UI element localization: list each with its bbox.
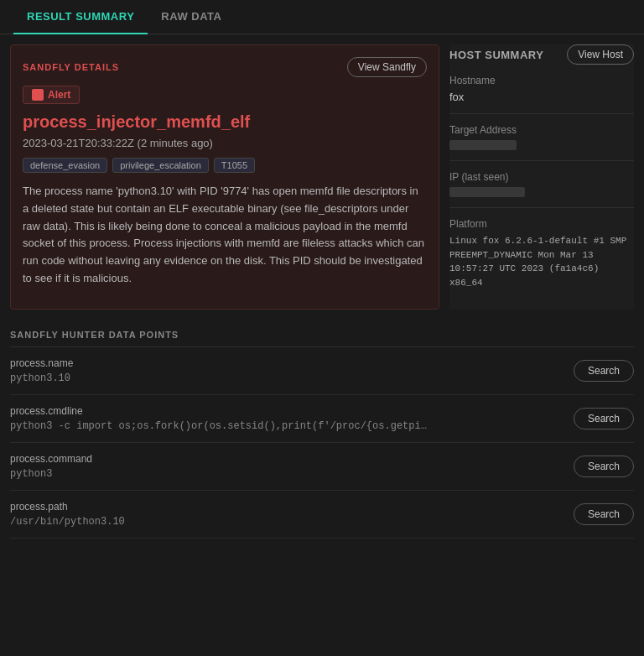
target-address-field: Target Address [449,124,634,161]
data-point-row-2: process.command python3 Search [10,443,634,491]
data-point-row-1: process.cmdline python3 -c import os;os.… [10,395,634,443]
host-summary-panel: HOST SUMMARY View Host Hostname fox Targ… [449,44,634,310]
alert-badge-label: Alert [48,89,70,101]
data-point-value-3: /usr/bin/python3.10 [10,516,564,528]
ip-blurred [449,187,525,197]
sandfly-description: The process name 'python3.10' with PID '… [23,183,427,288]
hostname-field: Hostname fox [449,75,634,114]
target-address-blurred [449,140,517,150]
tag-defense-evasion: defense_evasion [23,158,107,173]
view-sandfly-button[interactable]: View Sandfly [347,57,427,77]
main-content: SANDFLY DETAILS View Sandfly Alert proce… [0,34,644,320]
platform-label: Platform [449,218,634,230]
ip-field: IP (last seen) [449,171,634,208]
sandfly-details-panel: SANDFLY DETAILS View Sandfly Alert proce… [10,44,439,310]
data-point-value-0: python3.10 [10,372,564,384]
hostname-label: Hostname [449,75,634,86]
data-point-content-3: process.path /usr/bin/python3.10 [10,501,564,528]
ip-label: IP (last seen) [449,171,634,183]
tag-privilege-escalation: privilege_escalation [112,158,209,173]
hostname-value: fox [449,91,634,103]
sandfly-name: process_injector_memfd_elf [23,112,427,132]
data-point-key-0: process.name [10,357,564,369]
platform-field: Platform Linux fox 6.2.6-1-default #1 SM… [449,218,634,299]
data-point-key-1: process.cmdline [10,405,564,417]
platform-value: Linux fox 6.2.6-1-default #1 SMP PREEMPT… [449,234,634,289]
data-points-section: SANDFLY HUNTER DATA POINTS process.name … [0,320,644,549]
sandfly-tags: defense_evasion privilege_escalation T10… [23,158,427,173]
tab-raw-data[interactable]: RAW DATA [148,0,235,34]
data-point-key-3: process.path [10,501,564,513]
tag-t1055: T1055 [214,158,255,173]
sandfly-timestamp: 2023-03-21T20:33:22Z (2 minutes ago) [23,137,427,149]
data-point-row-0: process.name python3.10 Search [10,347,634,395]
tab-result-summary[interactable]: RESULT SUMMARY [13,0,148,34]
host-panel-header: HOST SUMMARY View Host [449,44,634,65]
data-point-key-2: process.command [10,453,564,465]
sandfly-panel-title: SANDFLY DETAILS [23,62,119,72]
alert-badge: Alert [23,86,80,104]
search-button-0[interactable]: Search [574,360,634,382]
view-host-button[interactable]: View Host [567,44,634,65]
tab-bar: RESULT SUMMARY RAW DATA [0,0,644,34]
data-point-value-1: python3 -c import os;os.fork()or(os.sets… [10,420,564,432]
search-button-3[interactable]: Search [574,503,634,525]
search-button-1[interactable]: Search [574,408,634,430]
alert-icon [32,89,44,101]
target-address-label: Target Address [449,124,634,136]
sandfly-panel-header: SANDFLY DETAILS View Sandfly [23,57,427,77]
data-point-value-2: python3 [10,468,564,480]
data-point-content-2: process.command python3 [10,453,564,480]
data-point-content-1: process.cmdline python3 -c import os;os.… [10,405,564,432]
data-points-title: SANDFLY HUNTER DATA POINTS [10,320,634,347]
data-point-content-0: process.name python3.10 [10,357,564,384]
data-point-row-3: process.path /usr/bin/python3.10 Search [10,491,634,539]
search-button-2[interactable]: Search [574,456,634,477]
host-panel-title: HOST SUMMARY [449,49,543,61]
